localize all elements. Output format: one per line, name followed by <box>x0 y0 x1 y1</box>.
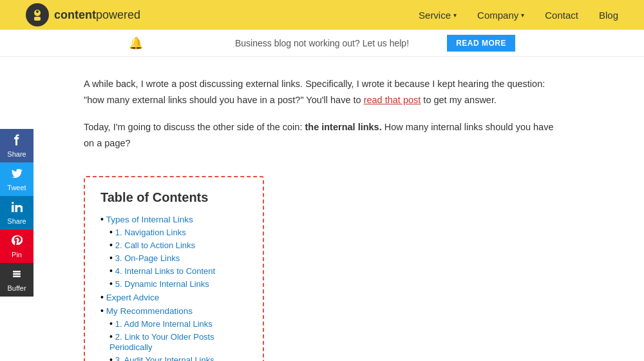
list-item: 5. Dynamic Internal Links <box>109 278 247 289</box>
toc-my-recommendations[interactable]: My Recommendations <box>106 306 193 316</box>
site-header: contentpowered Service ▾ Company ▾ Conta… <box>0 0 644 30</box>
pinterest-label: Pin <box>12 251 22 259</box>
list-item: 4. Internal Links to Content <box>109 266 247 276</box>
svg-rect-5 <box>13 271 21 273</box>
list-item: My Recommendations 1. Add More Internal … <box>100 306 247 361</box>
buffer-label: Buffer <box>7 284 26 292</box>
toc-dynamic-links[interactable]: 5. Dynamic Internal Links <box>115 279 209 289</box>
nav-company[interactable]: Company ▾ <box>477 10 524 21</box>
intro-paragraph-1: A while back, I wrote a post discussing … <box>84 76 560 108</box>
list-item: 1. Add More Internal Links <box>109 318 247 329</box>
main-nav: Service ▾ Company ▾ Contact Blog <box>419 10 618 21</box>
svg-rect-1 <box>34 17 41 21</box>
nav-service[interactable]: Service ▾ <box>419 10 457 21</box>
toc-types-link[interactable]: Types of Internal Links <box>106 215 193 224</box>
toc-list: Types of Internal Links 1. Navigation Li… <box>100 214 247 361</box>
facebook-icon <box>11 134 23 149</box>
toc-audit-links[interactable]: 3. Audit Your Internal Links <box>115 355 214 361</box>
svg-point-2 <box>36 10 39 13</box>
buffer-icon <box>11 268 23 283</box>
main-content: A while back, I wrote a post discussing … <box>71 57 573 361</box>
list-item: Expert Advice <box>100 292 247 302</box>
toc-add-more-links[interactable]: 1. Add More Internal Links <box>115 319 213 329</box>
logo[interactable]: contentpowered <box>26 3 140 26</box>
toc-nav-links[interactable]: 1. Navigation Links <box>115 228 186 237</box>
list-item: 2. Call to Action Links <box>109 240 247 250</box>
pinterest-icon <box>11 235 23 249</box>
svg-rect-7 <box>13 275 21 277</box>
twitter-icon <box>11 168 23 182</box>
service-dropdown-arrow: ▾ <box>453 12 457 19</box>
list-item: 3. On-Page Links <box>109 253 247 263</box>
read-more-button[interactable]: READ MORE <box>447 35 515 52</box>
svg-rect-3 <box>12 205 14 212</box>
buffer-share-button[interactable]: Buffer <box>0 263 33 297</box>
nav-contact[interactable]: Contact <box>545 10 578 21</box>
social-sidebar: Share Tweet Share Pin Buffer <box>0 129 33 297</box>
twitter-label: Tweet <box>7 184 26 191</box>
linkedin-label: Share <box>7 217 26 225</box>
notification-bar: 🔔 Business blog not working out? Let us … <box>0 30 644 57</box>
list-item: 1. Navigation Links <box>109 227 247 237</box>
toc-cta-links[interactable]: 2. Call to Action Links <box>115 240 195 250</box>
toc-onpage-links[interactable]: 3. On-Page Links <box>115 253 180 263</box>
company-dropdown-arrow: ▾ <box>521 12 524 19</box>
twitter-tweet-button[interactable]: Tweet <box>0 162 33 196</box>
toc-title: Table of Contents <box>100 190 247 205</box>
linkedin-icon <box>11 201 23 216</box>
internal-links-highlight: the internal links. <box>305 122 381 132</box>
intro-paragraph-2: Today, I'm going to discuss the other si… <box>84 119 560 151</box>
facebook-label: Share <box>7 150 26 158</box>
notification-text: Business blog not working out? Let us he… <box>235 38 409 48</box>
list-item: 3. Audit Your Internal Links <box>109 355 247 361</box>
toc-sublist-recommendations: 1. Add More Internal Links 2. Link to Yo… <box>100 318 247 361</box>
toc-internal-content-links[interactable]: 4. Internal Links to Content <box>115 266 215 276</box>
table-of-contents: Table of Contents Types of Internal Link… <box>84 176 264 361</box>
facebook-share-button[interactable]: Share <box>0 129 33 162</box>
bell-icon: 🔔 <box>129 36 143 50</box>
logo-icon <box>26 3 49 26</box>
svg-rect-6 <box>13 273 21 275</box>
pinterest-pin-button[interactable]: Pin <box>0 229 33 263</box>
logo-text: contentpowered <box>54 8 140 22</box>
toc-link-older-posts[interactable]: 2. Link to Your Older Posts Periodically <box>109 332 214 352</box>
nav-blog[interactable]: Blog <box>599 10 618 21</box>
linkedin-share-button[interactable]: Share <box>0 196 33 229</box>
toc-sublist-types: 1. Navigation Links 2. Call to Action Li… <box>100 227 247 289</box>
list-item: 2. Link to Your Older Posts Periodically <box>109 331 247 352</box>
list-item: Types of Internal Links 1. Navigation Li… <box>100 214 247 289</box>
read-that-post-link[interactable]: read that post <box>364 95 421 105</box>
svg-point-4 <box>12 202 14 204</box>
toc-expert-advice[interactable]: Expert Advice <box>106 293 160 302</box>
